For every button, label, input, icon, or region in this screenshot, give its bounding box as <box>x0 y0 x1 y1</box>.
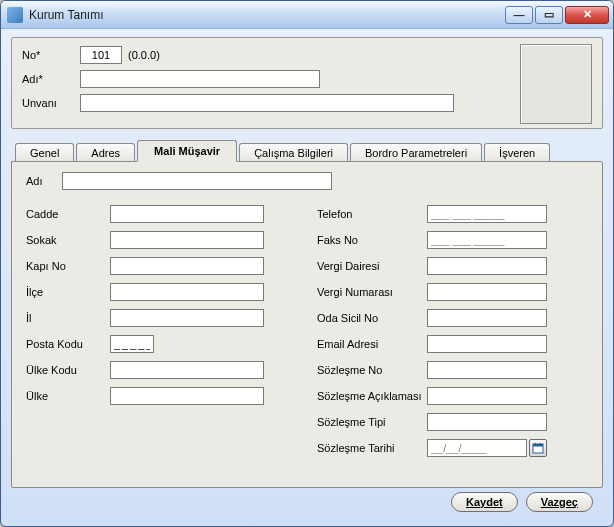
maximize-button[interactable]: ▭ <box>535 6 563 24</box>
photo-placeholder[interactable] <box>520 44 592 124</box>
mali-adi-label: Adı <box>26 175 62 187</box>
window-buttons: — ▭ ✕ <box>505 6 609 24</box>
ilce-label: İlçe <box>26 286 110 298</box>
sozlesmetarihi-label: Sözleşme Tarihi <box>317 442 427 454</box>
tab-bordro-parametreleri[interactable]: Bordro Parametreleri <box>350 143 482 162</box>
footer: Kaydet Vazgeç <box>11 488 603 520</box>
sozlesmetarihi-input[interactable] <box>427 439 527 457</box>
tab-isveren[interactable]: İşveren <box>484 143 550 162</box>
mali-adi-input[interactable] <box>62 172 332 190</box>
ulkekodu-label: Ülke Kodu <box>26 364 110 376</box>
save-button[interactable]: Kaydet <box>451 492 518 512</box>
window-title: Kurum Tanımı <box>29 8 505 22</box>
sozlesmeacik-label: Sözleşme Açıklaması <box>317 390 427 402</box>
ulke-input[interactable] <box>110 387 264 405</box>
adi-input[interactable] <box>80 70 320 88</box>
ilce-input[interactable] <box>110 283 264 301</box>
adi-label: Adı* <box>22 73 80 85</box>
verginumarasi-label: Vergi Numarası <box>317 286 427 298</box>
titlebar: Kurum Tanımı — ▭ ✕ <box>1 1 613 29</box>
sozlesmeacik-input[interactable] <box>427 387 547 405</box>
tabs: Genel Adres Mali Müşavir Çalışma Bilgile… <box>11 139 603 488</box>
il-label: İl <box>26 312 110 324</box>
no-input[interactable] <box>80 46 122 64</box>
sozlesmeno-label: Sözleşme No <box>317 364 427 376</box>
email-input[interactable] <box>427 335 547 353</box>
sozlesmetipi-label: Sözleşme Tipi <box>317 416 427 428</box>
tab-genel[interactable]: Genel <box>15 143 74 162</box>
unvani-label: Unvanı <box>22 97 80 109</box>
telefon-label: Telefon <box>317 208 427 220</box>
content-area: No* (0.0.0) Adı* Unvanı Genel Adres Mali… <box>1 29 613 526</box>
odasicil-input[interactable] <box>427 309 547 327</box>
faks-input[interactable] <box>427 231 547 249</box>
cadde-input[interactable] <box>110 205 264 223</box>
il-input[interactable] <box>110 309 264 327</box>
window: Kurum Tanımı — ▭ ✕ No* (0.0.0) Adı* Unva… <box>0 0 614 527</box>
postakodu-label: Posta Kodu <box>26 338 110 350</box>
sokak-label: Sokak <box>26 234 110 246</box>
calendar-icon <box>532 442 544 454</box>
ulkekodu-input[interactable] <box>110 361 264 379</box>
telefon-input[interactable] <box>427 205 547 223</box>
email-label: Email Adresi <box>317 338 427 350</box>
unvani-input[interactable] <box>80 94 454 112</box>
tabstrip: Genel Adres Mali Müşavir Çalışma Bilgile… <box>11 139 603 161</box>
sokak-input[interactable] <box>110 231 264 249</box>
app-icon <box>7 7 23 23</box>
tab-mali-musavir[interactable]: Mali Müşavir <box>137 140 237 162</box>
verginumarasi-input[interactable] <box>427 283 547 301</box>
close-button[interactable]: ✕ <box>565 6 609 24</box>
kapino-label: Kapı No <box>26 260 110 272</box>
sozlesmetipi-input[interactable] <box>427 413 547 431</box>
ulke-label: Ülke <box>26 390 110 402</box>
tab-adres[interactable]: Adres <box>76 143 135 162</box>
cancel-button[interactable]: Vazgeç <box>526 492 593 512</box>
header-panel: No* (0.0.0) Adı* Unvanı <box>11 37 603 129</box>
minimize-button[interactable]: — <box>505 6 533 24</box>
vergidairesi-label: Vergi Dairesi <box>317 260 427 272</box>
odasicil-label: Oda Sicil No <box>317 312 427 324</box>
faks-label: Faks No <box>317 234 427 246</box>
postakodu-input[interactable] <box>110 335 154 353</box>
no-suffix: (0.0.0) <box>128 49 160 61</box>
no-label: No* <box>22 49 80 61</box>
tab-calisma-bilgileri[interactable]: Çalışma Bilgileri <box>239 143 348 162</box>
cadde-label: Cadde <box>26 208 110 220</box>
kapino-input[interactable] <box>110 257 264 275</box>
vergidairesi-input[interactable] <box>427 257 547 275</box>
tab-panel-mali: Adı Cadde Sokak Kapı No İlçe İl Posta Ko… <box>11 161 603 488</box>
svg-rect-1 <box>533 444 543 447</box>
calendar-button[interactable] <box>529 439 547 457</box>
right-column: Telefon Faks No Vergi Dairesi Vergi Numa… <box>317 204 588 464</box>
sozlesmeno-input[interactable] <box>427 361 547 379</box>
left-column: Cadde Sokak Kapı No İlçe İl Posta Kodu Ü… <box>26 204 297 464</box>
